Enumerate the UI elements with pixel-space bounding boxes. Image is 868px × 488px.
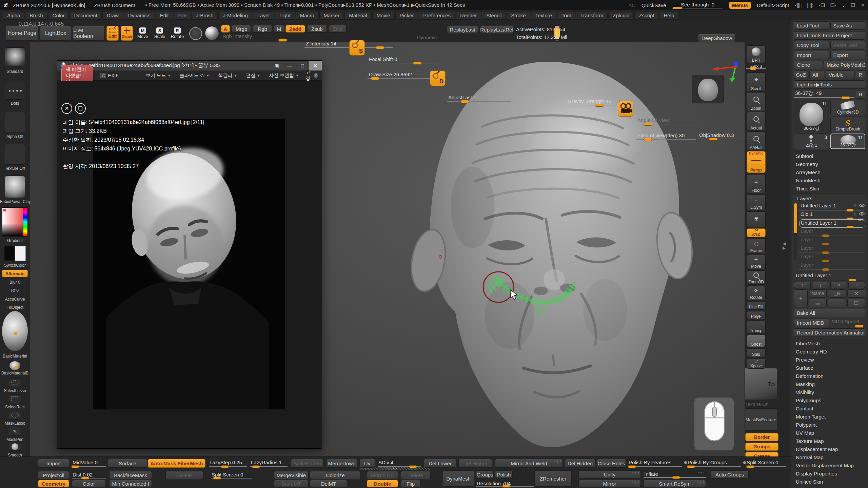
fabiopaiva-clay-thumb[interactable] <box>5 176 25 198</box>
double-button[interactable]: Double <box>367 480 398 487</box>
ghost-button[interactable]: Ghost <box>747 335 766 347</box>
spix-slider[interactable]: SPix 3 <box>745 64 766 69</box>
del-lower-button[interactable]: Del Lower <box>424 459 456 468</box>
replaylast-button[interactable]: ReplayLast <box>447 26 478 33</box>
section-subtool[interactable]: Subtool <box>791 152 868 160</box>
rgb-intensity-slider-thumb[interactable] <box>278 39 287 42</box>
split-screen-0-slider[interactable]: Split Screen 0 <box>746 459 786 468</box>
rotate-button[interactable]: ⟳Rotate <box>747 286 766 300</box>
delete-button[interactable]: Delete <box>401 471 431 479</box>
photo-menu-책갈피[interactable]: 책갈피▼ <box>218 73 237 79</box>
draw-size-26-8692-slider-thumb[interactable] <box>371 77 379 80</box>
overlay-close-button[interactable]: ✕ <box>61 103 72 114</box>
see-through-slider[interactable]: See-through 0 <box>672 2 723 8</box>
layer-merge-button[interactable]: ▬ <box>809 299 827 307</box>
section-displacement-map[interactable]: Displacement Map <box>791 445 868 453</box>
section-thick-skin[interactable]: Thick Skin <box>791 185 868 193</box>
main-color-swatch[interactable] <box>4 246 15 261</box>
goz-all-button[interactable]: All <box>809 70 824 79</box>
texture-preview-thumb[interactable]: Tex <box>745 368 777 400</box>
scroll-button[interactable]: ✥Scroll <box>747 73 766 92</box>
stroke-type-icon[interactable] <box>189 27 202 40</box>
geometry-button[interactable]: Geometry <box>38 480 69 487</box>
angle-of-view-slider-thumb[interactable] <box>644 123 652 126</box>
deepshadow-button[interactable]: DeepShadow <box>698 34 736 42</box>
alpha-off-thumb[interactable] <box>5 112 25 133</box>
menu-stencil[interactable]: Stencil <box>482 11 506 20</box>
layer-new-button[interactable]: + <box>794 289 808 307</box>
edit-button[interactable]: Edit <box>106 26 119 41</box>
photo-viewer-window[interactable]: 사진 > 54efd410400131a6e24ab6f068af04ed.jp… <box>57 60 322 449</box>
menu-draw[interactable]: Draw <box>102 11 123 20</box>
polish-button[interactable]: Polish <box>495 470 513 479</box>
dynamesh-button[interactable]: DynaMesh <box>443 470 474 487</box>
solo-button[interactable]: Solo <box>747 348 766 357</box>
adjustlast-1-slider-thumb[interactable] <box>460 100 469 103</box>
colorize-button[interactable]: Colorize <box>310 471 361 479</box>
close-icon[interactable]: ✕ <box>861 2 865 8</box>
accucurve-label[interactable]: AccuCurve <box>0 297 30 302</box>
layer-delete-button[interactable]: ✕ <box>847 289 865 298</box>
menu-transform[interactable]: Transform <box>576 11 608 20</box>
rotate-button[interactable]: RRotate <box>170 26 185 41</box>
panel-divider-icon[interactable]: ◀▶ <box>783 242 786 250</box>
flip-button[interactable]: Flip <box>401 480 420 487</box>
layer-name-button[interactable]: Name <box>809 289 827 298</box>
menu-alpha[interactable]: Alpha <box>3 11 24 20</box>
tool-r-button[interactable]: R <box>856 90 865 99</box>
fillobject-label[interactable]: FillObject <box>0 305 30 310</box>
field-of-view-deg-30-slider[interactable]: Field of view(deg) 30 <box>636 133 696 140</box>
basicmaterial-thumb[interactable] <box>2 311 28 351</box>
z-intensity-14-slider[interactable]: Z Intensity 14 <box>304 41 393 48</box>
menu-picker[interactable]: Picker <box>395 11 418 20</box>
saturation-square[interactable] <box>2 208 23 236</box>
paste-tool-button[interactable]: Paste Tool <box>830 41 866 49</box>
mergevisible-button[interactable]: MergeVisible <box>274 471 309 479</box>
layer-redo-button[interactable]: ↪ <box>830 282 847 288</box>
mrgb-button[interactable]: Mrgb <box>232 25 251 33</box>
section-unified-skin[interactable]: Unified Skin <box>791 478 868 486</box>
menu-document[interactable]: Document <box>70 11 101 20</box>
delmt-button[interactable]: DelMT <box>310 480 347 487</box>
tool-thumb-simplebrush-2[interactable]: SSimpleBrush <box>830 117 865 132</box>
delete-button[interactable]: Delete <box>165 471 203 479</box>
draw-size-s-icon[interactable]: S <box>349 40 365 56</box>
lightbox-button[interactable]: LightBox <box>40 26 71 41</box>
resolution-704-slider[interactable]: Resolution 704 <box>476 480 534 487</box>
menu-movie[interactable]: Movie <box>372 11 395 20</box>
objshadow-0-3-slider-thumb[interactable] <box>709 138 718 141</box>
zcut-button[interactable]: Zcut <box>329 25 347 33</box>
layer-visibility-eye-icon[interactable] <box>859 212 865 216</box>
backfacemask-button[interactable]: BackfaceMask <box>109 471 152 479</box>
layer-row-layer-4[interactable]: Layer <box>799 236 865 245</box>
smooth-thumb[interactable] <box>9 443 21 451</box>
minimize-icon[interactable]: ⌄ <box>842 2 846 8</box>
draw-button[interactable]: Draw <box>121 26 133 41</box>
right-tray-toggle-icon[interactable]: ||||› <box>807 2 813 8</box>
photo-minimize-icon[interactable]: — <box>283 61 296 70</box>
lazystep-0-25-slider[interactable]: LazyStep 0.25 <box>209 459 247 468</box>
import-button[interactable]: Import <box>38 459 69 468</box>
left-tray-toggle-icon[interactable]: ‹|||| <box>795 2 802 8</box>
dynamic-draw-size-icon[interactable]: D <box>430 70 446 86</box>
import-button[interactable]: Import <box>794 51 829 59</box>
load-tool-button[interactable]: Load Tool <box>794 21 829 30</box>
layer-invert-button[interactable]: ≡ <box>828 299 846 307</box>
angle-of-view-slider[interactable]: Angle Of View <box>636 117 696 125</box>
section-morph-target[interactable]: Morph Target <box>791 413 868 421</box>
bake-all-button[interactable]: Bake All <box>794 309 865 317</box>
alternate-button[interactable]: Alternate <box>2 270 28 277</box>
photo-menu-편집[interactable]: 편집▼ <box>246 73 260 79</box>
zsub-button[interactable]: Zsub <box>307 25 327 33</box>
local-button[interactable]: 🎥︎ <box>747 211 766 227</box>
photo-menu-사진-보관함[interactable]: 사진 보관함▼ <box>269 73 299 79</box>
lazy-mouse-pencil-icon[interactable] <box>551 24 563 42</box>
surface-button[interactable]: Surface <box>108 459 147 468</box>
menu-j-brush[interactable]: J-Brush <box>192 11 218 20</box>
photo-fit-icon[interactable]: ▣ <box>270 61 283 70</box>
auto-mask-fibermesh-button[interactable]: Auto Mask FiberMesh <box>148 459 205 468</box>
polyf-button[interactable]: PolyF <box>747 311 766 319</box>
polish-by-groups-slider[interactable]: Polish By Groups <box>687 459 741 468</box>
smart-resym-button[interactable]: Smart ReSymx y z <box>644 480 706 487</box>
unify-button[interactable]: Unifyx y z <box>578 470 641 479</box>
